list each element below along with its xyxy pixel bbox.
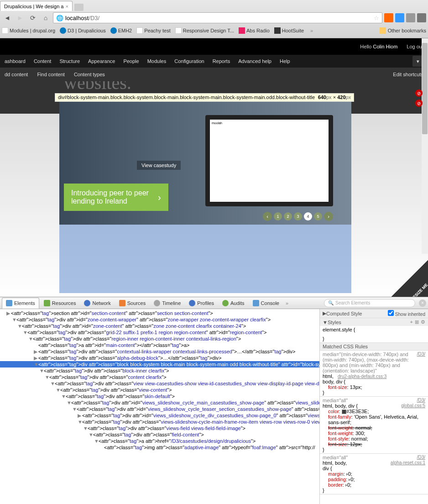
tab-network[interactable]: Network [80, 298, 114, 308]
menu-appearance[interactable]: Appearance [88, 58, 115, 64]
dom-tree[interactable]: ▶<attr">class="tag">section attr">id="se… [0, 309, 319, 504]
dom-node[interactable]: ▼<attr">class="tag">div attr">id="views_… [0, 406, 319, 412]
audits-icon [222, 300, 229, 306]
add-icon[interactable]: + [410, 319, 413, 325]
logout-link[interactable]: Log out [407, 44, 423, 49]
computed-style-header[interactable]: ▶ Computed Style Show inherited [320, 309, 428, 318]
submenu-content-types[interactable]: Content types [74, 72, 105, 77]
back-button[interactable]: ◄ [2, 12, 13, 23]
dom-node[interactable]: ▼<attr">class="tag">div attr">class="fie… [0, 431, 319, 438]
new-tab-button[interactable] [74, 4, 84, 11]
tab-timeline[interactable]: Timeline [150, 298, 184, 308]
search-input[interactable]: 🔍 Search Elements [324, 299, 415, 307]
close-icon[interactable]: × [419, 299, 426, 307]
tab-audits[interactable]: Audits [219, 298, 248, 308]
tab-resources[interactable]: Resources [40, 298, 80, 308]
submenu-find-content[interactable]: Find content [37, 72, 65, 77]
home-button[interactable]: ⌂ [40, 12, 51, 23]
styles-header[interactable]: ▼ Styles+⊞⚙ [320, 318, 428, 326]
dom-node[interactable]: ▼<attr">class="tag">div attr">id="zone-c… [0, 323, 319, 329]
timeline-icon [154, 300, 160, 306]
laptop-screen: moolah [210, 120, 329, 202]
menu-people[interactable]: People [123, 58, 139, 64]
ext-icon[interactable] [406, 13, 415, 22]
dom-node[interactable]: <attr">class="tag">a attr">id="main-cont… [0, 342, 319, 348]
menu-content[interactable]: Content [34, 58, 52, 64]
pager-prev[interactable]: ‹ [263, 212, 272, 221]
menu-modules[interactable]: Modules [147, 58, 167, 64]
dom-node[interactable]: ▼<attr">class="tag">div attr">class="ski… [0, 393, 319, 399]
bookmark[interactable]: Responsive Design T... [175, 27, 234, 34]
tab-console[interactable]: Console [249, 298, 283, 308]
gear-icon[interactable]: ⚙ [421, 319, 425, 325]
submenu-add-content[interactable]: dd content [5, 72, 28, 77]
bookmark[interactable]: D3 | Drupalicious [60, 27, 106, 34]
dom-node[interactable]: ▼<attr">class="tag">div attr">class="vie… [0, 387, 319, 393]
wrench-icon[interactable] [417, 13, 426, 22]
ext-icon[interactable] [384, 13, 393, 22]
url-bar[interactable]: 🌐 localhost/D3/ ☆ [53, 12, 382, 23]
dom-node[interactable]: ▼<attr">class="tag">div attr">class="gri… [0, 329, 319, 336]
dom-node[interactable]: ▶<attr">class="tag">div attr">id="views_… [0, 412, 319, 419]
dom-node[interactable]: ▶<attr">class="tag">section attr">id="se… [0, 310, 319, 316]
radio-icon [239, 27, 245, 34]
tab-profiles[interactable]: Profiles [185, 298, 218, 308]
styles-pane[interactable]: ▶ Computed Style Show inherited ▼ Styles… [319, 309, 428, 504]
folder-icon [380, 27, 386, 34]
admin-menu: ashboard Content Structure Appearance Pe… [0, 55, 428, 68]
scrollbar[interactable] [422, 38, 428, 254]
dom-node[interactable]: ▼<attr">class="tag">div attr">class="blo… [0, 361, 319, 368]
pager-next[interactable]: › [324, 212, 333, 221]
tab-sources[interactable]: Sources [115, 298, 149, 308]
dom-node[interactable]: ▼<attr">class="tag">div attr">class="con… [0, 374, 319, 380]
resources-icon [44, 300, 50, 306]
reload-button[interactable]: ⟳ [27, 12, 38, 23]
dom-node[interactable]: ▼<attr">class="tag">div attr">id="views_… [0, 399, 319, 406]
star-icon[interactable]: ☆ [374, 15, 379, 21]
toggle-icon[interactable]: ⊞ [415, 319, 419, 325]
resize-handle[interactable]: RESIZE ME [391, 260, 428, 297]
other-bookmarks[interactable]: Other bookmarks [380, 27, 426, 34]
dom-node[interactable]: ▼<attr">class="tag">div attr">id="zone-c… [0, 316, 319, 323]
dom-node[interactable]: ▼<attr">class="tag">div attr">class="blo… [0, 368, 319, 374]
overflow-icon[interactable]: » [286, 300, 288, 306]
close-icon[interactable]: × [65, 4, 68, 9]
dom-node[interactable]: ▼<attr">class="tag">a attr">href="/D3/ca… [0, 438, 319, 444]
edit-shortcuts-link[interactable]: Edit shortcuts [393, 72, 423, 77]
menu-dashboard[interactable]: ashboard [5, 58, 26, 64]
menu-configuration[interactable]: Configuration [174, 58, 204, 64]
dom-node[interactable]: ▼<attr">class="tag">div attr">class="vie… [0, 425, 319, 431]
forward-button[interactable]: ► [15, 12, 26, 23]
dom-node[interactable]: ▶<attr">class="tag">div attr">class="con… [0, 348, 319, 355]
delete-icon[interactable]: ⊘ [415, 89, 423, 97]
chevron-right-icon[interactable]: » [310, 28, 313, 33]
dom-node[interactable]: ▼<attr">class="tag">div attr">class="vie… [0, 419, 319, 425]
pager-2[interactable]: 2 [284, 212, 292, 220]
view-casestudy-link[interactable]: View casestudy [137, 161, 181, 170]
bookmark[interactable]: Modules | drupal.org [2, 27, 55, 34]
scroll-thumb[interactable] [422, 43, 428, 134]
chevron-right-icon[interactable]: › [158, 192, 161, 203]
bookmark[interactable]: HootSuite [274, 27, 304, 34]
browser-tab[interactable]: Drupalicious | We design a × [0, 1, 73, 11]
bookmark[interactable]: Peachy test [136, 27, 170, 34]
menu-help[interactable]: Help [280, 58, 290, 64]
menu-reports[interactable]: Reports [213, 58, 230, 64]
slideshow-pager: ‹ 1 2 3 4 5 › [263, 212, 333, 221]
dom-node[interactable]: ▼<attr">class="tag">div attr">class="reg… [0, 336, 319, 342]
ext-icon[interactable] [395, 13, 404, 22]
pager-3[interactable]: 3 [294, 212, 302, 220]
menu-advanced-help[interactable]: Advanced help [238, 58, 271, 64]
bookmark[interactable]: EMH2 [110, 27, 132, 34]
dom-node[interactable]: <attr">class="tag">img attr">class="adap… [0, 444, 319, 451]
delete-icon[interactable]: ⊘ [415, 100, 423, 107]
bookmark[interactable]: Abs Radio [239, 27, 270, 34]
pager-1[interactable]: 1 [274, 212, 282, 220]
tab-elements[interactable]: Elements [2, 298, 39, 309]
pager-5[interactable]: 5 [314, 212, 322, 220]
menu-structure[interactable]: Structure [59, 58, 80, 64]
dom-node[interactable]: ▶<attr">class="tag">div attr">class="alp… [0, 355, 319, 361]
dom-node[interactable]: ▼<attr">class="tag">div attr">class="vie… [0, 380, 319, 387]
pager-4[interactable]: 4 [304, 212, 312, 220]
show-inherited-checkbox[interactable] [388, 310, 394, 316]
